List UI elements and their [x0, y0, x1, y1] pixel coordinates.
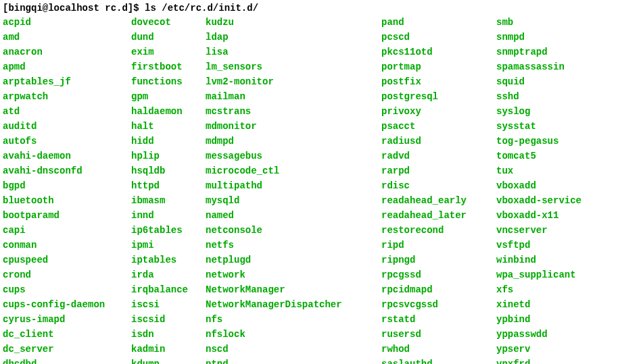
file-entry: microcode_ctl	[206, 163, 381, 178]
file-entry: rpcgssd	[381, 267, 496, 282]
listing-column-4: pandpcscdpkcs11otdportmappostfixpostgres…	[381, 15, 496, 364]
file-entry: arptables_jf	[3, 74, 131, 89]
file-entry: iscsi	[131, 297, 206, 312]
file-entry: vncserver	[496, 223, 611, 238]
file-entry: yppasswdd	[496, 327, 611, 342]
file-entry: cups	[3, 282, 131, 297]
file-entry: bootparamd	[3, 208, 131, 223]
file-entry: tomcat5	[496, 149, 611, 163]
file-entry: ypxfrd	[496, 357, 611, 364]
file-entry: iptables	[131, 253, 206, 267]
file-entry: spamassassin	[496, 59, 611, 74]
file-entry: ipmi	[131, 238, 206, 253]
file-entry: irqbalance	[131, 282, 206, 297]
file-entry: apmd	[3, 59, 131, 74]
file-entry: tog-pegasus	[496, 134, 611, 149]
file-entry: halt	[131, 119, 206, 134]
file-entry: ypbind	[496, 312, 611, 327]
listing-column-3: kudzuldaplisalm_sensorslvm2-monitormailm…	[206, 15, 381, 364]
file-entry: pkcs11otd	[381, 45, 496, 59]
file-entry: mysqld	[206, 193, 381, 208]
file-entry: snmpd	[496, 30, 611, 45]
file-entry: ibmasm	[131, 193, 206, 208]
listing-column-5: smbsnmpdsnmptrapdspamassassinsquidsshdsy…	[496, 15, 611, 364]
file-entry: rpcsvcgssd	[381, 297, 496, 312]
file-entry: ripngd	[381, 253, 496, 267]
file-entry: functions	[131, 74, 206, 89]
file-entry: radvd	[381, 149, 496, 163]
file-entry: squid	[496, 74, 611, 89]
file-entry: cups-config-daemon	[3, 297, 131, 312]
file-entry: dc_server	[3, 342, 131, 357]
file-entry: radiusd	[381, 134, 496, 149]
file-entry: avahi-daemon	[3, 149, 131, 163]
listing-column-2: dovecotdundeximfirstbootfunctionsgpmhald…	[131, 15, 206, 364]
file-entry: hidd	[131, 134, 206, 149]
file-entry: conman	[3, 238, 131, 253]
file-entry: avahi-dnsconfd	[3, 163, 131, 178]
file-entry: mailman	[206, 89, 381, 104]
file-entry: dc_client	[3, 327, 131, 342]
file-entry: kdump	[131, 357, 206, 364]
file-entry: restorecond	[381, 223, 496, 238]
file-entry: anacron	[3, 45, 131, 59]
file-entry: vboxadd-x11	[496, 208, 611, 223]
file-entry: wpa_supplicant	[496, 267, 611, 282]
file-entry: gpm	[131, 89, 206, 104]
file-entry: rpcidmapd	[381, 282, 496, 297]
file-entry: named	[206, 208, 381, 223]
file-entry: rusersd	[381, 327, 496, 342]
file-entry: cpuspeed	[3, 253, 131, 267]
file-entry: sysstat	[496, 119, 611, 134]
file-entry: innd	[131, 208, 206, 223]
file-entry: mdmonitor	[206, 119, 381, 134]
file-entry: readahead_early	[381, 193, 496, 208]
file-entry: xinetd	[496, 297, 611, 312]
file-entry: dund	[131, 30, 206, 45]
file-entry: kadmin	[131, 342, 206, 357]
file-entry: mcstrans	[206, 104, 381, 119]
file-entry: rwhod	[381, 342, 496, 357]
file-entry: syslog	[496, 104, 611, 119]
file-entry: psacct	[381, 119, 496, 134]
file-entry: NetworkManagerDispatcher	[206, 297, 381, 312]
file-entry: vsftpd	[496, 238, 611, 253]
file-entry: autofs	[3, 134, 131, 149]
file-entry: postfix	[381, 74, 496, 89]
file-entry: netplugd	[206, 253, 381, 267]
file-entry: isdn	[131, 327, 206, 342]
file-entry: irda	[131, 267, 206, 282]
file-entry: postgresql	[381, 89, 496, 104]
file-entry: nfs	[206, 312, 381, 327]
file-entry: firstboot	[131, 59, 206, 74]
file-entry: kudzu	[206, 15, 381, 30]
file-entry: pand	[381, 15, 496, 30]
file-entry: lvm2-monitor	[206, 74, 381, 89]
file-entry: ripd	[381, 238, 496, 253]
file-entry: ldap	[206, 30, 381, 45]
file-entry: mdmpd	[206, 134, 381, 149]
file-entry: haldaemon	[131, 104, 206, 119]
file-entry: network	[206, 267, 381, 282]
file-entry: httpd	[131, 178, 206, 193]
file-entry: snmptrapd	[496, 45, 611, 59]
file-entry: acpid	[3, 15, 131, 30]
file-entry: auditd	[3, 119, 131, 134]
terminal-prompt: [bingqi@localhost rc.d]$ ls /etc/rc.d/in…	[3, 3, 615, 14]
file-entry: multipathd	[206, 178, 381, 193]
file-entry: ntpd	[206, 357, 381, 364]
file-entry: messagebus	[206, 149, 381, 163]
file-entry: netconsole	[206, 223, 381, 238]
file-entry: rarpd	[381, 163, 496, 178]
file-entry: arpwatch	[3, 89, 131, 104]
file-entry: readahead_later	[381, 208, 496, 223]
file-entry: ypserv	[496, 342, 611, 357]
file-entry: xfs	[496, 282, 611, 297]
file-entry: lisa	[206, 45, 381, 59]
file-entry: dhcdbd	[3, 357, 131, 364]
file-entry: exim	[131, 45, 206, 59]
file-entry: winbind	[496, 253, 611, 267]
file-entry: privoxy	[381, 104, 496, 119]
file-entry: bgpd	[3, 178, 131, 193]
file-entry: cyrus-imapd	[3, 312, 131, 327]
